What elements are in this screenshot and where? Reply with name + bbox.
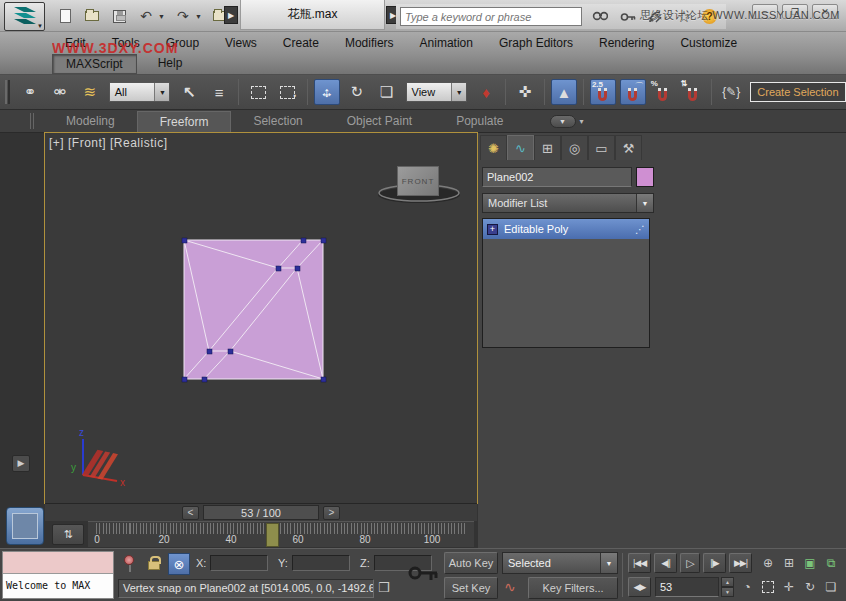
minimize-button[interactable]: ─ bbox=[752, 4, 778, 19]
select-and-scale-icon[interactable]: ❏ bbox=[374, 79, 400, 105]
maxscript-mini-listener[interactable]: Welcome to MAX bbox=[2, 551, 114, 599]
stack-item-editable-poly[interactable]: + Editable Poly ⋰ bbox=[483, 219, 649, 239]
previous-frame-arrow[interactable]: < bbox=[182, 506, 199, 520]
time-slider-handle[interactable] bbox=[266, 523, 279, 547]
object-color-swatch[interactable] bbox=[636, 167, 654, 187]
ribbon-tab-populate[interactable]: Populate bbox=[434, 111, 525, 131]
maximize-button[interactable]: ❐ bbox=[782, 4, 808, 19]
next-frame-button[interactable]: ||▶ bbox=[703, 553, 726, 573]
angle-snap-toggle-icon[interactable]: ⌒ bbox=[620, 79, 646, 105]
select-and-move-icon[interactable]: ↔↕ bbox=[314, 79, 340, 105]
create-tab-icon[interactable]: ✺ bbox=[480, 135, 507, 160]
reference-coordinate-system-dropdown[interactable]: View ▼ bbox=[406, 82, 468, 102]
grid-cube-icon[interactable]: ❒ bbox=[378, 580, 390, 595]
subscription-key-icon[interactable] bbox=[618, 7, 638, 27]
frame-spinner[interactable]: ▲▼ bbox=[721, 577, 734, 597]
menu-create[interactable]: Create bbox=[270, 34, 332, 54]
new-scene-icon[interactable] bbox=[56, 7, 74, 25]
spinner-snap-toggle-icon[interactable]: ⇅ bbox=[680, 79, 706, 105]
select-by-name-icon[interactable]: ≡ bbox=[206, 79, 232, 105]
ribbon-tab-freeform[interactable]: Freeform bbox=[137, 111, 232, 132]
ribbon-tab-object-paint[interactable]: Object Paint bbox=[325, 111, 434, 131]
play-button[interactable]: ▷ bbox=[680, 553, 700, 573]
toolbar-grip[interactable] bbox=[5, 80, 10, 104]
menu-group[interactable]: Group bbox=[153, 34, 212, 54]
zoom-extents-icon[interactable]: ▣ bbox=[800, 553, 820, 573]
pan-view-icon[interactable]: ✛ bbox=[779, 577, 799, 597]
zoom-extents-all-icon[interactable]: ⧉ bbox=[821, 553, 841, 573]
absolute-mode-toggle-icon[interactable]: ⊗ bbox=[168, 553, 190, 575]
select-and-link-icon[interactable]: ⚭ bbox=[17, 79, 43, 105]
favorites-star-icon[interactable]: ☆ bbox=[674, 7, 694, 27]
unlink-selection-icon[interactable]: ⚮ bbox=[47, 79, 73, 105]
listener-macro-pane[interactable] bbox=[3, 552, 113, 574]
keyboard-shortcut-override-icon[interactable]: ▲ bbox=[551, 79, 577, 105]
menu-graph-editors[interactable]: Graph Editors bbox=[486, 34, 586, 54]
modify-tab-icon[interactable]: ∿ bbox=[507, 135, 534, 160]
redo-icon[interactable]: ↷ bbox=[174, 7, 192, 25]
use-pivot-point-center-icon[interactable]: ♦ bbox=[473, 79, 499, 105]
communication-center-icon[interactable] bbox=[646, 7, 666, 27]
menu-rendering[interactable]: Rendering bbox=[586, 34, 667, 54]
qat-flyout-left-icon[interactable]: ▶ bbox=[224, 6, 238, 24]
key-mode-toggle-button[interactable]: ◀▶ bbox=[628, 577, 651, 597]
menu-views[interactable]: Views bbox=[212, 34, 270, 54]
menu-animation[interactable]: Animation bbox=[407, 34, 486, 54]
percent-snap-toggle-icon[interactable]: % bbox=[650, 79, 676, 105]
viewport-layout-tab[interactable] bbox=[6, 507, 44, 545]
x-coord-field[interactable] bbox=[210, 555, 268, 571]
time-slider-track[interactable]: 0 20 40 60 80 100 bbox=[88, 521, 474, 547]
redo-dropdown-icon[interactable]: ▼ bbox=[195, 13, 202, 20]
go-to-start-button[interactable]: |◀◀ bbox=[628, 553, 651, 573]
zoom-all-icon[interactable]: ⊞ bbox=[779, 553, 799, 573]
select-object-icon[interactable]: ↖ bbox=[176, 79, 202, 105]
viewport-front[interactable]: [+] [Front] [Realistic] z y x bbox=[45, 133, 477, 503]
ribbon-tab-modeling[interactable]: Modeling bbox=[44, 111, 137, 131]
auto-key-button[interactable]: Auto Key bbox=[444, 552, 498, 574]
select-and-manipulate-icon[interactable]: ✜ bbox=[512, 79, 538, 105]
utilities-tab-icon[interactable]: ⚒ bbox=[615, 135, 642, 160]
menu-edit[interactable]: Edit bbox=[52, 34, 99, 54]
rectangular-selection-region-icon[interactable] bbox=[245, 79, 271, 105]
default-in-out-tangents-icon[interactable]: ∿ bbox=[504, 579, 516, 595]
scene-explorer-expand-icon[interactable]: ▶ bbox=[12, 455, 30, 472]
next-frame-arrow[interactable]: > bbox=[323, 506, 340, 520]
zoom-icon[interactable]: ⊕ bbox=[758, 553, 778, 573]
mini-curve-editor-button[interactable]: ⇅ bbox=[52, 524, 84, 545]
hierarchy-tab-icon[interactable]: ⊞ bbox=[534, 135, 561, 160]
menu-help[interactable]: Help bbox=[145, 54, 196, 74]
search-icon[interactable] bbox=[590, 7, 610, 27]
modifier-stack[interactable]: + Editable Poly ⋰ bbox=[482, 218, 650, 348]
ribbon-minimize-button[interactable]: ▼ bbox=[550, 115, 576, 128]
window-crossing-icon[interactable]: ▪ bbox=[275, 79, 301, 105]
set-keys-icon[interactable] bbox=[408, 559, 440, 589]
previous-frame-button[interactable]: ◀|| bbox=[654, 553, 677, 573]
key-filters-button[interactable]: Key Filters... bbox=[528, 577, 618, 599]
undo-dropdown-icon[interactable]: ▼ bbox=[158, 13, 165, 20]
selection-lock-icon[interactable] bbox=[148, 561, 160, 570]
selection-filter-dropdown[interactable]: All ▼ bbox=[109, 82, 171, 102]
motion-tab-icon[interactable]: ◎ bbox=[561, 135, 588, 160]
menu-maxscript[interactable]: MAXScript bbox=[52, 54, 137, 74]
field-of-view-icon[interactable] bbox=[758, 577, 778, 597]
display-tab-icon[interactable]: ▭ bbox=[588, 135, 615, 160]
chevron-down-icon[interactable]: ▾ bbox=[580, 117, 584, 126]
help-icon[interactable]: ? bbox=[702, 9, 717, 24]
application-menu-button[interactable]: ▼ bbox=[4, 2, 45, 31]
menu-customize[interactable]: Customize bbox=[667, 34, 750, 54]
time-configuration-icon[interactable]: ◔ bbox=[737, 577, 757, 597]
isolate-selection-icon[interactable] bbox=[124, 555, 134, 565]
undo-icon[interactable]: ↶ bbox=[137, 7, 155, 25]
go-to-end-button[interactable]: ▶▶| bbox=[729, 553, 752, 573]
key-selection-dropdown[interactable]: Selected ▼ bbox=[502, 552, 618, 574]
viewcube[interactable]: FRONT bbox=[397, 166, 439, 196]
listener-output-pane[interactable]: Welcome to MAX bbox=[3, 574, 113, 598]
save-file-icon[interactable] bbox=[110, 7, 128, 25]
y-coord-field[interactable] bbox=[292, 555, 350, 571]
named-selection-sets-field[interactable]: Create Selection bbox=[750, 82, 846, 102]
snaps-toggle-2.5d-icon[interactable]: 2.5 bbox=[590, 79, 616, 105]
expand-icon[interactable]: + bbox=[487, 224, 498, 235]
close-button[interactable]: ✕ bbox=[812, 4, 838, 19]
ribbon-tab-selection[interactable]: Selection bbox=[231, 111, 324, 131]
current-frame-field[interactable] bbox=[655, 577, 719, 597]
